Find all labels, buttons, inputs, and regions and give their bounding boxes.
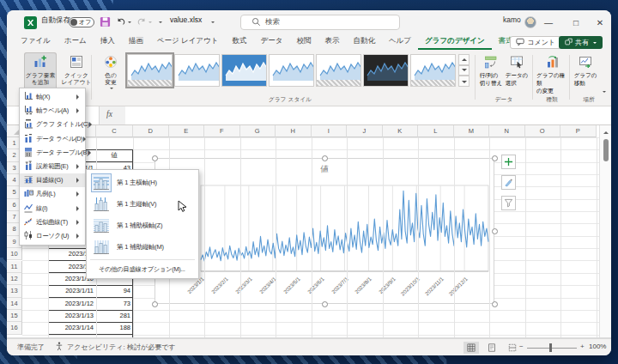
ribbon-button-move-chart[interactable]: グラフの移動	[573, 52, 598, 94]
menu-item-lines[interactable]: 線(I)	[20, 202, 85, 215]
column-header-C[interactable]: C	[96, 125, 133, 137]
gallery-scroll-up[interactable]	[458, 54, 470, 65]
column-header-N[interactable]: N	[489, 125, 525, 137]
ribbon-collapse-chevron[interactable]	[601, 93, 606, 100]
gallery-scroll-down[interactable]	[458, 65, 470, 76]
chart-style-thumbnail-6[interactable]	[363, 54, 409, 87]
tab-item-10[interactable]: ヘルプ	[382, 33, 418, 50]
chart-filter-button[interactable]	[501, 196, 516, 210]
title-dropdown-chevron[interactable]	[209, 19, 215, 25]
zoom-level[interactable]: 100%	[589, 343, 606, 350]
chart-selection-handle[interactable]	[322, 155, 328, 161]
menu-item-axis-labels[interactable]: 軸ラベル(A)	[20, 104, 85, 118]
menu-item-data-labels[interactable]: データ ラベル(D)	[20, 132, 85, 146]
submenu-item-minor-horizontal-gridlines[interactable]: 第 1 補助横軸(Z)	[87, 215, 198, 236]
column-header-P[interactable]: P	[560, 125, 597, 137]
cell-B16[interactable]: 2023/1/14	[50, 322, 94, 334]
undo-dropdown[interactable]	[128, 21, 131, 25]
excel-app-icon[interactable]	[24, 16, 37, 29]
chart-selection-handle[interactable]	[492, 301, 498, 307]
tab-file[interactable]: ファイル	[14, 33, 58, 50]
menu-item-axes[interactable]: 軸(X)	[20, 90, 85, 104]
search-input[interactable]: 検索	[240, 15, 400, 30]
comments-button[interactable]: コメント	[510, 36, 561, 49]
tab-item-4[interactable]: ページ レイアウト	[150, 33, 226, 50]
tab-item-2[interactable]: 挿入	[94, 33, 122, 50]
menu-item-legend[interactable]: 凡例(L)	[20, 187, 85, 201]
accessibility-status[interactable]: アクセシビリティ: 検討が必要です	[67, 343, 176, 352]
user-name[interactable]: kamo	[503, 15, 521, 24]
chart-styles-brush-button[interactable]	[501, 175, 516, 190]
document-title[interactable]: value.xlsx	[170, 15, 202, 24]
close-button[interactable]: ✕	[589, 10, 611, 34]
avatar[interactable]	[524, 16, 536, 28]
column-header-O[interactable]: O	[525, 125, 561, 137]
menu-item-chart-title[interactable]: グラフ タイトル(C)	[20, 118, 85, 131]
minimize-button[interactable]: —	[537, 10, 560, 34]
chart-style-thumbnail-7[interactable]	[410, 54, 456, 87]
column-header-I[interactable]: I	[312, 125, 348, 137]
maximize-button[interactable]: □	[565, 10, 587, 34]
tab-chart-design[interactable]: グラフのデザイン	[418, 33, 492, 50]
page-break-view-button[interactable]	[505, 342, 520, 354]
autosave-toggle[interactable]: オフ	[69, 17, 94, 27]
chart-style-thumbnail-2[interactable]	[174, 54, 220, 87]
row-header-14[interactable]: 14	[7, 298, 22, 310]
row-header-15[interactable]: 15	[7, 310, 22, 322]
page-layout-view-button[interactable]	[484, 342, 500, 354]
vertical-scroll-thumb[interactable]	[603, 139, 609, 161]
tab-item-6[interactable]: データ	[253, 33, 289, 50]
column-header-J[interactable]: J	[347, 125, 383, 137]
chart-selection-handle[interactable]	[152, 155, 158, 161]
tab-item-5[interactable]: 数式	[225, 33, 253, 50]
cell-B13[interactable]: 2023/1/11	[50, 285, 94, 297]
tab-item-8[interactable]: 表示	[318, 33, 346, 50]
menu-item-data-table[interactable]: データ テーブル(B)	[20, 146, 85, 160]
column-header-F[interactable]: F	[204, 125, 240, 137]
zoom-in-button[interactable]: +	[580, 343, 585, 350]
ribbon-button-change-chart-type[interactable]: グラフの種類の変更	[536, 52, 568, 94]
menu-item-error-bars[interactable]: 誤差範囲(E)	[20, 160, 85, 173]
column-header-K[interactable]: K	[383, 125, 419, 137]
fx-icon[interactable]: fx	[106, 110, 112, 118]
share-button[interactable]: 共有	[559, 36, 603, 49]
zoom-out-button[interactable]: −	[519, 343, 524, 350]
column-header-M[interactable]: M	[454, 125, 490, 137]
chart-title[interactable]: 値	[155, 164, 494, 175]
undo-icon[interactable]	[116, 16, 131, 27]
chart-selection-handle[interactable]	[322, 301, 328, 307]
chart-selection-handle[interactable]	[152, 301, 158, 307]
chart-object[interactable]: 値 2023/1/12023/2/12023/3/12023/4/12023/5…	[154, 158, 494, 304]
cell-C15[interactable]: 281	[98, 310, 130, 322]
cell-B14[interactable]: 2023/1/12	[50, 298, 94, 310]
qat-customize-chevron[interactable]	[157, 19, 162, 25]
vertical-scrollbar[interactable]	[599, 125, 611, 337]
chart-style-thumbnail-4[interactable]	[269, 54, 314, 87]
tab-item-1[interactable]: ホーム	[58, 33, 94, 50]
column-header-L[interactable]: L	[418, 125, 454, 137]
submenu-item-more-gridline-options[interactable]: その他の目盛線オプション(M)...	[87, 262, 198, 276]
chart-selection-handle[interactable]	[492, 228, 498, 234]
cell-B15[interactable]: 2023/1/13	[50, 310, 94, 322]
gallery-more-button[interactable]	[458, 76, 470, 87]
row-header-10[interactable]: 10	[7, 248, 22, 260]
cell-C14[interactable]: 73	[98, 298, 130, 310]
tab-item-9[interactable]: 自動化	[346, 33, 382, 50]
submenu-item-minor-vertical-gridlines[interactable]: 第 1 補助縦軸(M)	[87, 236, 198, 258]
submenu-item-major-horizontal-gridlines[interactable]: 第 1 主横軸(H)	[87, 172, 198, 193]
cell-C2[interactable]: 値	[98, 149, 130, 161]
cell-C16[interactable]: 188	[98, 322, 130, 334]
chart-elements-button[interactable]	[501, 155, 516, 169]
zoom-slider-track[interactable]	[527, 348, 577, 349]
chart-selection-handle[interactable]	[492, 155, 498, 161]
chart-style-thumbnail-3[interactable]	[221, 54, 267, 87]
column-header-D[interactable]: D	[133, 125, 169, 137]
menu-item-trendline[interactable]: 近似曲線(T)	[20, 215, 85, 229]
row-header-11[interactable]: 11	[7, 261, 22, 273]
tab-item-7[interactable]: 校閲	[289, 33, 318, 50]
tab-item-3[interactable]: 描画	[122, 33, 150, 50]
ribbon-button-change-colors[interactable]: 色の変更	[94, 52, 127, 94]
scroll-up-arrow[interactable]	[603, 129, 609, 134]
cell-C13[interactable]: 94	[98, 285, 130, 297]
normal-view-button[interactable]	[464, 342, 479, 354]
